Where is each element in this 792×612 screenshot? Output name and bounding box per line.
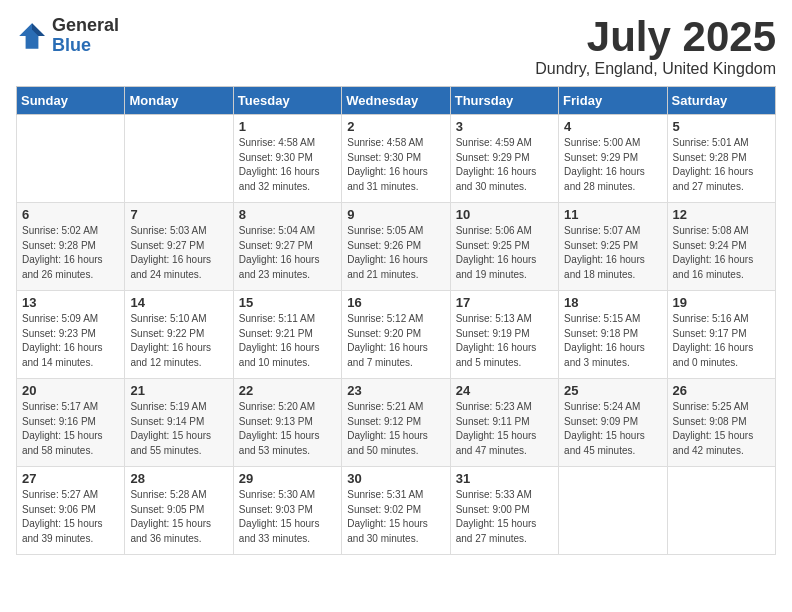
day-info: Sunrise: 5:12 AM Sunset: 9:20 PM Dayligh… <box>347 312 444 370</box>
day-info: Sunrise: 5:03 AM Sunset: 9:27 PM Dayligh… <box>130 224 227 282</box>
day-info: Sunrise: 5:25 AM Sunset: 9:08 PM Dayligh… <box>673 400 770 458</box>
day-info: Sunrise: 5:16 AM Sunset: 9:17 PM Dayligh… <box>673 312 770 370</box>
day-number: 20 <box>22 383 119 398</box>
day-number: 21 <box>130 383 227 398</box>
calendar-cell: 20Sunrise: 5:17 AM Sunset: 9:16 PM Dayli… <box>17 379 125 467</box>
page-container: General Blue July 2025 Dundry, England, … <box>16 16 776 555</box>
day-number: 15 <box>239 295 336 310</box>
calendar-cell: 16Sunrise: 5:12 AM Sunset: 9:20 PM Dayli… <box>342 291 450 379</box>
calendar-cell <box>559 467 667 555</box>
calendar-week-4: 20Sunrise: 5:17 AM Sunset: 9:16 PM Dayli… <box>17 379 776 467</box>
day-info: Sunrise: 5:04 AM Sunset: 9:27 PM Dayligh… <box>239 224 336 282</box>
day-number: 18 <box>564 295 661 310</box>
day-number: 17 <box>456 295 553 310</box>
calendar-cell: 30Sunrise: 5:31 AM Sunset: 9:02 PM Dayli… <box>342 467 450 555</box>
calendar-cell: 28Sunrise: 5:28 AM Sunset: 9:05 PM Dayli… <box>125 467 233 555</box>
col-wednesday: Wednesday <box>342 87 450 115</box>
day-number: 12 <box>673 207 770 222</box>
col-saturday: Saturday <box>667 87 775 115</box>
day-number: 28 <box>130 471 227 486</box>
day-number: 31 <box>456 471 553 486</box>
location-subtitle: Dundry, England, United Kingdom <box>535 60 776 78</box>
day-info: Sunrise: 4:59 AM Sunset: 9:29 PM Dayligh… <box>456 136 553 194</box>
day-info: Sunrise: 5:20 AM Sunset: 9:13 PM Dayligh… <box>239 400 336 458</box>
calendar-cell: 14Sunrise: 5:10 AM Sunset: 9:22 PM Dayli… <box>125 291 233 379</box>
calendar-cell: 13Sunrise: 5:09 AM Sunset: 9:23 PM Dayli… <box>17 291 125 379</box>
calendar-cell: 6Sunrise: 5:02 AM Sunset: 9:28 PM Daylig… <box>17 203 125 291</box>
day-info: Sunrise: 5:30 AM Sunset: 9:03 PM Dayligh… <box>239 488 336 546</box>
day-number: 16 <box>347 295 444 310</box>
calendar-week-1: 1Sunrise: 4:58 AM Sunset: 9:30 PM Daylig… <box>17 115 776 203</box>
day-info: Sunrise: 5:15 AM Sunset: 9:18 PM Dayligh… <box>564 312 661 370</box>
day-number: 4 <box>564 119 661 134</box>
day-number: 10 <box>456 207 553 222</box>
day-number: 26 <box>673 383 770 398</box>
day-number: 25 <box>564 383 661 398</box>
calendar-table: Sunday Monday Tuesday Wednesday Thursday… <box>16 86 776 555</box>
month-title: July 2025 <box>535 16 776 58</box>
day-info: Sunrise: 5:23 AM Sunset: 9:11 PM Dayligh… <box>456 400 553 458</box>
day-number: 14 <box>130 295 227 310</box>
calendar-body: 1Sunrise: 4:58 AM Sunset: 9:30 PM Daylig… <box>17 115 776 555</box>
calendar-cell: 21Sunrise: 5:19 AM Sunset: 9:14 PM Dayli… <box>125 379 233 467</box>
calendar-cell: 23Sunrise: 5:21 AM Sunset: 9:12 PM Dayli… <box>342 379 450 467</box>
day-info: Sunrise: 5:10 AM Sunset: 9:22 PM Dayligh… <box>130 312 227 370</box>
col-thursday: Thursday <box>450 87 558 115</box>
day-number: 19 <box>673 295 770 310</box>
calendar-week-5: 27Sunrise: 5:27 AM Sunset: 9:06 PM Dayli… <box>17 467 776 555</box>
day-number: 2 <box>347 119 444 134</box>
day-number: 22 <box>239 383 336 398</box>
day-info: Sunrise: 5:01 AM Sunset: 9:28 PM Dayligh… <box>673 136 770 194</box>
day-number: 3 <box>456 119 553 134</box>
day-info: Sunrise: 5:08 AM Sunset: 9:24 PM Dayligh… <box>673 224 770 282</box>
calendar-cell: 3Sunrise: 4:59 AM Sunset: 9:29 PM Daylig… <box>450 115 558 203</box>
calendar-cell: 25Sunrise: 5:24 AM Sunset: 9:09 PM Dayli… <box>559 379 667 467</box>
day-number: 6 <box>22 207 119 222</box>
day-info: Sunrise: 5:24 AM Sunset: 9:09 PM Dayligh… <box>564 400 661 458</box>
calendar-header: Sunday Monday Tuesday Wednesday Thursday… <box>17 87 776 115</box>
calendar-cell: 19Sunrise: 5:16 AM Sunset: 9:17 PM Dayli… <box>667 291 775 379</box>
calendar-cell <box>17 115 125 203</box>
calendar-cell: 4Sunrise: 5:00 AM Sunset: 9:29 PM Daylig… <box>559 115 667 203</box>
col-sunday: Sunday <box>17 87 125 115</box>
day-number: 27 <box>22 471 119 486</box>
calendar-cell: 9Sunrise: 5:05 AM Sunset: 9:26 PM Daylig… <box>342 203 450 291</box>
day-info: Sunrise: 5:21 AM Sunset: 9:12 PM Dayligh… <box>347 400 444 458</box>
calendar-cell: 5Sunrise: 5:01 AM Sunset: 9:28 PM Daylig… <box>667 115 775 203</box>
calendar-cell: 2Sunrise: 4:58 AM Sunset: 9:30 PM Daylig… <box>342 115 450 203</box>
logo-blue-text: Blue <box>52 36 119 56</box>
day-info: Sunrise: 5:11 AM Sunset: 9:21 PM Dayligh… <box>239 312 336 370</box>
day-number: 9 <box>347 207 444 222</box>
day-info: Sunrise: 5:27 AM Sunset: 9:06 PM Dayligh… <box>22 488 119 546</box>
calendar-week-2: 6Sunrise: 5:02 AM Sunset: 9:28 PM Daylig… <box>17 203 776 291</box>
calendar-cell: 15Sunrise: 5:11 AM Sunset: 9:21 PM Dayli… <box>233 291 341 379</box>
calendar-cell: 27Sunrise: 5:27 AM Sunset: 9:06 PM Dayli… <box>17 467 125 555</box>
col-monday: Monday <box>125 87 233 115</box>
calendar-cell: 12Sunrise: 5:08 AM Sunset: 9:24 PM Dayli… <box>667 203 775 291</box>
header-row: Sunday Monday Tuesday Wednesday Thursday… <box>17 87 776 115</box>
logo-general-text: General <box>52 16 119 36</box>
calendar-cell: 7Sunrise: 5:03 AM Sunset: 9:27 PM Daylig… <box>125 203 233 291</box>
day-number: 8 <box>239 207 336 222</box>
col-friday: Friday <box>559 87 667 115</box>
calendar-cell: 26Sunrise: 5:25 AM Sunset: 9:08 PM Dayli… <box>667 379 775 467</box>
calendar-cell: 17Sunrise: 5:13 AM Sunset: 9:19 PM Dayli… <box>450 291 558 379</box>
calendar-cell: 24Sunrise: 5:23 AM Sunset: 9:11 PM Dayli… <box>450 379 558 467</box>
title-area: July 2025 Dundry, England, United Kingdo… <box>535 16 776 78</box>
day-info: Sunrise: 4:58 AM Sunset: 9:30 PM Dayligh… <box>239 136 336 194</box>
calendar-cell: 29Sunrise: 5:30 AM Sunset: 9:03 PM Dayli… <box>233 467 341 555</box>
day-number: 11 <box>564 207 661 222</box>
calendar-cell: 11Sunrise: 5:07 AM Sunset: 9:25 PM Dayli… <box>559 203 667 291</box>
day-number: 7 <box>130 207 227 222</box>
calendar-cell: 18Sunrise: 5:15 AM Sunset: 9:18 PM Dayli… <box>559 291 667 379</box>
day-info: Sunrise: 4:58 AM Sunset: 9:30 PM Dayligh… <box>347 136 444 194</box>
calendar-cell: 1Sunrise: 4:58 AM Sunset: 9:30 PM Daylig… <box>233 115 341 203</box>
calendar-cell <box>667 467 775 555</box>
day-info: Sunrise: 5:05 AM Sunset: 9:26 PM Dayligh… <box>347 224 444 282</box>
calendar-cell <box>125 115 233 203</box>
day-number: 30 <box>347 471 444 486</box>
logo-text: General Blue <box>52 16 119 56</box>
calendar-cell: 31Sunrise: 5:33 AM Sunset: 9:00 PM Dayli… <box>450 467 558 555</box>
day-number: 1 <box>239 119 336 134</box>
day-info: Sunrise: 5:06 AM Sunset: 9:25 PM Dayligh… <box>456 224 553 282</box>
